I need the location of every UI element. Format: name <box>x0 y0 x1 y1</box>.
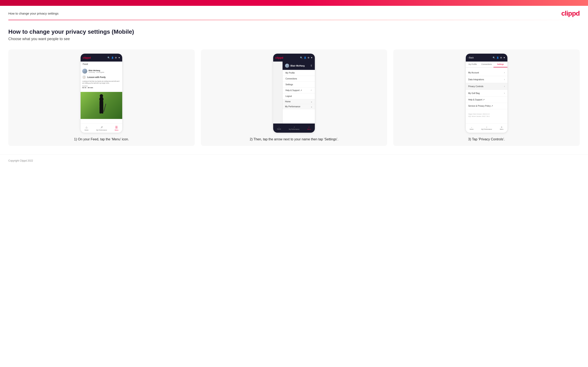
phone2-logo: clippd <box>275 56 283 59</box>
phone3-privacy-controls: Privacy Controls › <box>466 83 507 90</box>
home-label-2: Home <box>277 128 281 130</box>
phone3-tab-myprofile: My Profile <box>466 62 480 67</box>
footer-copyright: Copyright Clippd 2022 <box>8 159 33 162</box>
svg-rect-3 <box>100 106 101 114</box>
phone3-data-integrations: Data Integrations › <box>466 76 507 83</box>
phone2-nav-home-btn: ⌂ Home <box>277 126 281 130</box>
main-content: How to change your privacy settings (Mob… <box>0 20 588 150</box>
phone2-header: clippd 🔍 👤 ⚙ ▼ <box>273 54 315 62</box>
page-subheading: Choose what you want people to see <box>8 37 580 41</box>
phone2-nav-close-btn: ✕ Menu <box>307 126 311 130</box>
phone1-lesson-title: Lesson with Fordy <box>87 76 105 78</box>
phone1-header: clippd 🔍 👤 ⚙ ▼ <box>81 54 122 62</box>
phone2-home-chevron: ⌄ <box>311 100 312 103</box>
home-label: Home <box>85 129 88 131</box>
logo: clippd <box>561 9 580 17</box>
phone3-myaccount: My Account › <box>466 69 507 76</box>
phone3-bottom-nav: ⌂ Home ↗ My Performance ☰ Menu <box>466 124 507 133</box>
phone3-version: Clippd Client Version: 2022.8.3-3 GQL Se… <box>466 111 507 120</box>
version-line2: GQL Server Version: 2022.7.30-1 <box>468 115 505 117</box>
phone1-duration: 01 hr : 30 min <box>82 87 121 89</box>
home-label-3: Home <box>469 128 474 130</box>
page-heading: How to change your privacy settings (Mob… <box>8 28 580 35</box>
step-3-card: ‹ Back 🔍 👤 ⚙ ▼ My Profile Connections Se… <box>393 50 580 146</box>
steps-container: clippd 🔍 👤 ⚙ ▼ Feed Blair McHarg Yest <box>8 50 580 146</box>
phone2-menu-logout: Logout <box>283 93 315 99</box>
chevron-down-icon: ▼ <box>118 57 120 59</box>
settings-icon-2: ⚙ <box>308 57 309 59</box>
user-icon: 👤 <box>111 57 114 59</box>
phone1-golf-image <box>81 92 122 119</box>
home-icon: ⌂ <box>86 125 87 129</box>
myaccount-chevron: › <box>504 71 505 74</box>
phone1-lesson-row: 📋 Lesson with Fordy <box>82 75 121 79</box>
phone2-menu-myprofile: My Profile <box>283 70 315 76</box>
phone3-nav-performance: ↗ My Performance <box>481 126 492 130</box>
my-golf-bag-label: My Golf Bag <box>468 92 480 94</box>
phone1-duration-label: Duration <box>82 85 121 87</box>
phone2-user-row: Blair McHarg ⇧ <box>283 62 315 70</box>
phone3-help-support: Help & Support ↗ <box>466 97 507 103</box>
phone1-logo: clippd <box>83 56 91 59</box>
help-support-label: Help & Support ↗ <box>468 99 485 101</box>
performance-label-2: My Performance <box>289 128 299 130</box>
user-icon-2: 👤 <box>304 57 306 59</box>
phone1-nav-menu: ☰ Menu <box>115 125 119 131</box>
phone1-content: Blair McHarg Yesterday · Sunningdale 📋 L… <box>81 67 122 92</box>
myaccount-label: My Account <box>468 72 479 74</box>
menu-label: Menu <box>115 129 119 131</box>
phone1-nav-home: ⌂ Home <box>85 125 88 131</box>
phone3-tab-settings: Settings <box>493 62 507 67</box>
top-bar <box>0 0 588 6</box>
svg-point-1 <box>100 94 103 98</box>
menu-icon: ☰ <box>115 125 118 129</box>
privacy-controls-chevron: › <box>504 85 505 88</box>
phone1-icons: 🔍 👤 ⚙ ▼ <box>107 57 120 59</box>
phone3-tabs: My Profile Connections Settings <box>466 62 507 67</box>
search-icon-2: 🔍 <box>300 57 303 59</box>
version-line1: Clippd Client Version: 2022.8.3-3 <box>468 113 505 115</box>
phone2-home-label: Home <box>285 100 291 103</box>
performance-label-3: My Performance <box>481 128 492 130</box>
phone2-bg <box>273 62 282 124</box>
phone3-nav-menu: ☰ Menu <box>500 126 503 130</box>
service-privacy-label: Service & Privacy Policy ↗ <box>468 105 493 107</box>
phone2-user-chevron: ⇧ <box>310 64 312 67</box>
privacy-controls-label: Privacy Controls <box>468 85 484 88</box>
phone3-tab-connections: Connections <box>480 62 493 67</box>
phone1-desc: Looking to feel like my hands are exitin… <box>82 80 121 84</box>
data-integrations-chevron: › <box>504 78 505 81</box>
svg-rect-6 <box>104 104 106 112</box>
home-icon-3: ⌂ <box>471 127 472 128</box>
performance-icon-3: ↗ <box>486 126 487 128</box>
phone2-nav-performance-btn: ↗ My Performance <box>289 126 299 130</box>
phone-1-mockup: clippd 🔍 👤 ⚙ ▼ Feed Blair McHarg Yest <box>81 54 122 133</box>
header-title: How to change your privacy settings <box>8 12 59 15</box>
search-icon-3: 🔍 <box>493 57 495 59</box>
settings-icon: ⚙ <box>115 57 117 59</box>
svg-rect-4 <box>101 106 103 114</box>
step-2-caption: 2) Then, tap the arrow next to your name… <box>250 137 338 142</box>
phone3-nav-home: ⌂ Home <box>469 127 474 130</box>
performance-icon: ↗ <box>100 125 103 129</box>
menu-label-2: Menu <box>307 128 311 130</box>
phone-2-mockup: clippd 🔍 👤 ⚙ ▼ Blair McHarg <box>273 54 315 133</box>
phone3-header: ‹ Back 🔍 👤 ⚙ ▼ <box>466 54 507 62</box>
header: How to change your privacy settings clip… <box>0 6 588 20</box>
phone2-user-name: Blair McHarg <box>290 65 305 67</box>
phone2-performance-chevron: ⌄ <box>311 105 312 108</box>
performance-label: My Performance <box>96 129 107 131</box>
phone3-service-privacy: Service & Privacy Policy ↗ <box>466 103 507 109</box>
data-integrations-label: Data Integrations <box>468 78 484 81</box>
phone2-sidebar: Blair McHarg ⇧ My Profile Connections Se… <box>282 62 315 124</box>
step-1-caption: 1) On your Feed, tap the ‘Menu’ icon. <box>74 137 129 142</box>
chevron-down-icon-3: ▼ <box>503 57 505 59</box>
menu-icon-3: ☰ <box>501 126 502 128</box>
phone1-bottom-nav: ⌂ Home ↗ My Performance ☰ Menu <box>81 124 122 133</box>
home-icon-2: ⌂ <box>279 126 279 128</box>
close-icon: ✕ <box>308 126 310 128</box>
golfer-svg <box>94 93 109 118</box>
phone2-menu-settings: Settings <box>283 82 315 88</box>
phone2-icons: 🔍 👤 ⚙ ▼ <box>300 57 313 59</box>
phone1-feed-tab: Feed <box>81 62 122 67</box>
